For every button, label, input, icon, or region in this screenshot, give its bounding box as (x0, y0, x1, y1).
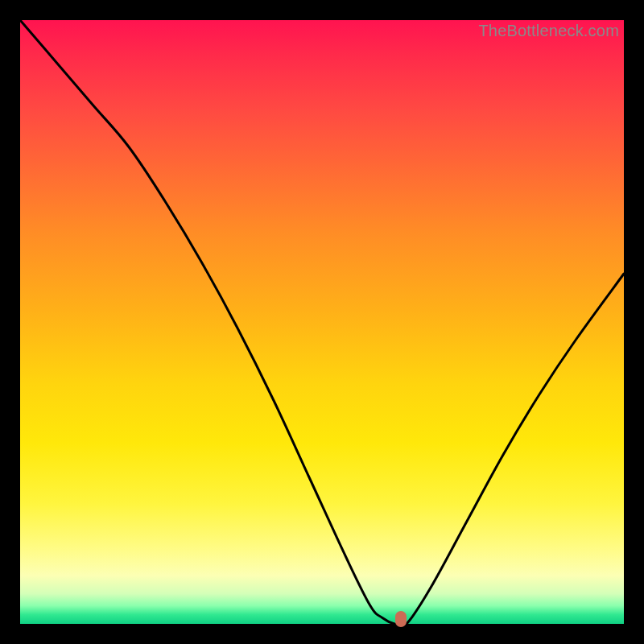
chart-plot-area: TheBottleneck.com (20, 20, 624, 624)
optimal-point-marker (395, 611, 407, 627)
chart-frame: TheBottleneck.com (0, 0, 644, 644)
bottleneck-curve (20, 20, 624, 624)
